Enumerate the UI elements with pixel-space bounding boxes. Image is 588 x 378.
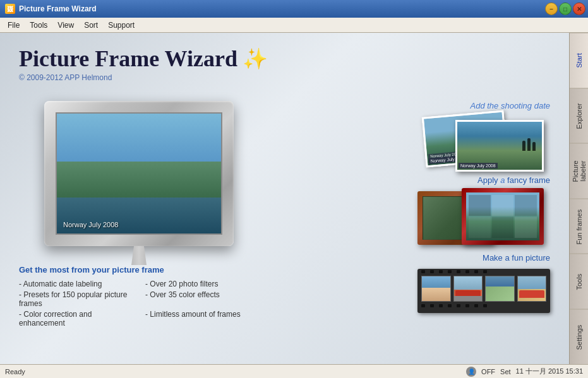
feature-3: - Color correction and enhancement: [19, 310, 133, 328]
tab-settings[interactable]: Settings: [570, 309, 588, 365]
title-bar-controls: – □ ✕: [545, 3, 585, 15]
fun-photos-stack: [417, 266, 550, 319]
menu-tools[interactable]: Tools: [25, 20, 52, 31]
tab-fun-frames[interactable]: Fun frames: [570, 199, 588, 254]
panel-shooting-date: Add the shooting date Norway July 2008 N…: [272, 101, 550, 170]
status-bar: Ready 👤 OFF Set 11 十一月 2015 15:31: [0, 364, 588, 378]
menu-support[interactable]: Support: [103, 20, 140, 31]
tab-tools[interactable]: Tools: [570, 254, 588, 309]
left-column: Norway July 2008 Get the most from your …: [19, 95, 259, 328]
feature-2: - Presets for 150 popular picture frames: [19, 290, 133, 308]
content-area: Picture Frame Wizard ✨ © 2009-2012 APP H…: [0, 33, 569, 364]
app-subtitle: © 2009-2012 APP Helmond: [19, 73, 550, 82]
title-bar: 🖼 Picture Frame Wizard – □ ✕: [0, 0, 588, 18]
feature-5: - Over 35 color effects: [145, 290, 259, 308]
film-photo-1: [421, 276, 451, 302]
frame-stand: [126, 246, 152, 265]
menu-sort[interactable]: Sort: [79, 20, 103, 31]
status-ready: Ready: [5, 368, 25, 375]
feature-6: - Limitless amount of frames: [145, 310, 259, 328]
sidebar-tabs: Start Explorer Picture labeler Fun frame…: [569, 33, 588, 364]
sprocket-bottom: [417, 303, 550, 309]
app-header: Picture Frame Wizard ✨ © 2009-2012 APP H…: [19, 45, 550, 82]
silhouettes: [522, 138, 536, 151]
features-section: Get the most from your picture frame - A…: [19, 265, 259, 328]
features-grid: - Automatic date labeling - Over 20 phot…: [19, 280, 259, 328]
fancy-frames-stack: [417, 188, 550, 248]
tab-explorer[interactable]: Explorer: [570, 88, 588, 144]
maximize-button[interactable]: □: [559, 3, 572, 15]
right-column: Add the shooting date Norway July 2008 N…: [272, 95, 550, 328]
status-right: 👤 OFF Set 11 十一月 2015 15:31: [466, 367, 583, 377]
photo-front: Norway July 2008: [455, 120, 544, 172]
red-frame-photo: [466, 192, 539, 240]
menu-file[interactable]: File: [3, 20, 25, 31]
status-off: OFF: [481, 368, 495, 375]
panel-fun-picture: Make a fun picture: [272, 253, 550, 319]
red-frame-grid: [466, 192, 539, 240]
film-photo-2: [453, 276, 483, 302]
status-left: Ready: [5, 368, 25, 375]
frame-inner: Norway July 2008: [56, 112, 222, 235]
red-frame: [462, 188, 544, 245]
menu-bar: File Tools View Sort Support: [0, 18, 588, 33]
title-bar-text: Picture Frame Wizard: [19, 4, 97, 13]
sprocket-top: [417, 269, 550, 275]
menu-view[interactable]: View: [52, 20, 79, 31]
tab-picture-labeler[interactable]: Picture labeler: [570, 143, 588, 199]
panel-1-title: Add the shooting date: [471, 101, 551, 110]
filmstrip-photos: [417, 275, 550, 303]
two-col-layout: Norway July 2008 Get the most from your …: [19, 95, 550, 328]
status-avatar: 👤: [466, 367, 476, 377]
frame-outer: Norway July 2008: [44, 101, 234, 246]
film-photo-4: [517, 276, 547, 302]
app-title: Picture Frame Wizard ✨: [19, 45, 550, 72]
main-wrapper: Picture Frame Wizard ✨ © 2009-2012 APP H…: [0, 33, 588, 364]
filmstrip: [417, 269, 550, 313]
frame-sky: [57, 114, 221, 162]
features-title: Get the most from your picture frame: [19, 265, 259, 275]
wand-icon: ✨: [243, 47, 268, 71]
panel-2-title: Apply a fancy frame: [477, 175, 550, 185]
date-photos-stack: Norway July 2008 Norway July 2008 Nor: [424, 114, 550, 170]
panel-3-title: Make a fun picture: [483, 253, 550, 263]
panel-fancy-frame: Apply a fancy frame: [272, 175, 550, 248]
tab-start[interactable]: Start: [570, 33, 588, 88]
status-datetime: 11 十一月 2015 15:31: [516, 367, 583, 376]
feature-4: - Over 20 photo filters: [145, 280, 259, 288]
title-bar-icon: 🖼: [5, 4, 15, 14]
close-button[interactable]: ✕: [573, 3, 585, 15]
feature-1: - Automatic date labeling: [19, 280, 133, 288]
frame-preview: Norway July 2008: [44, 101, 234, 252]
frame-photo-label: Norway July 2008: [63, 221, 118, 228]
photo-front-label: Norway July 2008: [459, 163, 498, 168]
app-title-text: Picture Frame Wizard: [19, 45, 237, 72]
film-photo-3: [485, 276, 515, 302]
minimize-button[interactable]: –: [545, 3, 558, 15]
status-set: Set: [500, 368, 511, 375]
